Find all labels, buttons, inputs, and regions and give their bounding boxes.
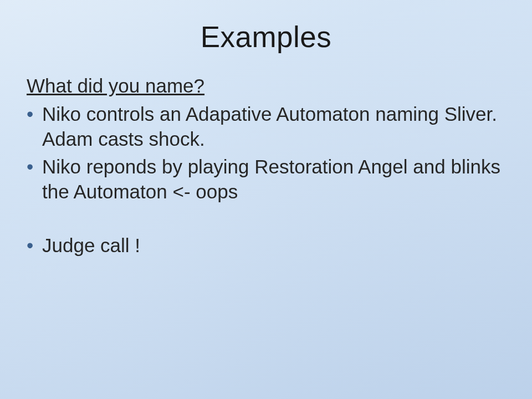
content-heading: What did you name? — [27, 74, 505, 99]
bullet-item: Niko reponds by playing Restoration Ange… — [27, 155, 505, 204]
slide-title: Examples — [27, 20, 505, 54]
slide: Examples What did you name? Niko control… — [0, 0, 532, 399]
bullet-item: Judge call ! — [27, 233, 505, 258]
bullet-list: Judge call ! — [27, 233, 505, 258]
slide-content: What did you name? Niko controls an Adap… — [27, 74, 505, 258]
bullet-list: Niko controls an Adapative Automaton nam… — [27, 102, 505, 204]
blank-line — [27, 208, 505, 233]
bullet-item: Niko controls an Adapative Automaton nam… — [27, 102, 505, 152]
